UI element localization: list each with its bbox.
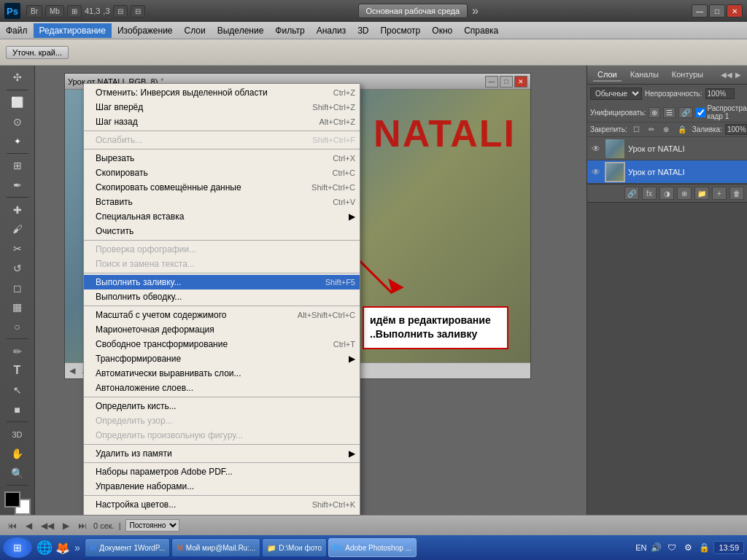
menu-auto-blend[interactable]: Автоналожение слоев... (84, 381, 360, 395)
menu-define-shape[interactable]: Определить произвольную фигуру... (84, 428, 360, 443)
taskbar-mail[interactable]: M Мой мир@Mail.Ru:... (171, 538, 260, 557)
add-mask-btn[interactable]: ◑ (659, 187, 674, 200)
layer-visibility-2[interactable]: 👁 (590, 166, 602, 178)
playback-first[interactable]: ⏮ (6, 519, 19, 532)
tool-brush[interactable]: 🖌 (4, 220, 31, 238)
menu-clear[interactable]: Очистить (84, 224, 360, 238)
tool-eyedropper[interactable]: ✒ (4, 176, 31, 195)
menu-stroke[interactable]: Выполнить обводку... (84, 289, 360, 304)
menu-edit[interactable]: Редактирование (34, 23, 112, 38)
tray-icon-1[interactable]: 🔊 (649, 541, 662, 554)
tool-dodge[interactable]: ○ (4, 318, 31, 336)
taskbar-ie-icon[interactable]: 🌐 (36, 540, 53, 556)
menu-filter[interactable]: Фильтр (269, 23, 310, 38)
maximize-button[interactable]: □ (709, 4, 725, 18)
tool-move[interactable]: ✣ (4, 69, 31, 87)
mini-bridge-btn[interactable]: Mb (45, 5, 64, 18)
taskbar-nav-icon[interactable]: » (74, 542, 80, 553)
tool-heal[interactable]: ✚ (4, 201, 31, 219)
tray-icon-2[interactable]: 🛡 (665, 541, 678, 554)
menu-fade[interactable]: Ослабить... Shift+Ctrl+F (84, 133, 360, 147)
close-button[interactable]: ✕ (727, 4, 743, 18)
doc-minimize[interactable]: — (485, 76, 498, 88)
menu-window[interactable]: Окно (426, 23, 458, 38)
menu-copy[interactable]: Скопировать Ctrl+C (84, 166, 360, 180)
menu-view[interactable]: Просмотр (374, 23, 426, 38)
add-style-btn[interactable]: fx (642, 187, 657, 200)
lock-transparent[interactable]: ☐ (630, 124, 643, 135)
menu-content-aware[interactable]: Масштаб с учетом содержимого Alt+Shift+C… (84, 308, 360, 322)
spread-checkbox[interactable] (696, 108, 705, 117)
tool-history[interactable]: ↺ (4, 259, 31, 277)
unify-icon3[interactable]: 🔗 (678, 107, 693, 118)
tool-shape[interactable]: ■ (4, 401, 31, 419)
new-group-btn[interactable]: 📁 (694, 187, 709, 200)
menu-select[interactable]: Выделение (212, 23, 270, 38)
menu-define-brush[interactable]: Определить кисть... (84, 399, 360, 413)
menu-paste[interactable]: Вставить Ctrl+V (84, 195, 360, 209)
menu-transform[interactable]: Трансформирование ▶ (84, 351, 360, 366)
menu-color-settings[interactable]: Настройка цветов... Shift+Ctrl+K (84, 497, 360, 512)
menu-paste-special[interactable]: Специальная вставка ▶ (84, 209, 360, 224)
doc-close[interactable]: ✕ (514, 76, 527, 88)
playback-prev[interactable]: ◀ (23, 519, 34, 532)
playback-step-back[interactable]: ◀◀ (39, 519, 56, 532)
tool-zoom[interactable]: 🔍 (4, 464, 31, 483)
new-adjustment-btn[interactable]: ⊕ (677, 187, 692, 200)
playback-play[interactable]: ▶ (61, 519, 71, 532)
blend-mode-select[interactable]: Обычные (590, 88, 642, 100)
tool-magic-wand[interactable]: ✦ (4, 132, 31, 150)
menu-fill[interactable]: Выполнить заливку... Shift+F5 (84, 275, 360, 289)
minimize-button[interactable]: — (692, 4, 708, 18)
menu-assign-profile[interactable]: Назначить профиль... (84, 512, 360, 515)
menu-step-fwd[interactable]: Шаг вперёд Shift+Ctrl+Z (84, 100, 360, 114)
tool-type[interactable]: T (4, 362, 31, 380)
menu-adobe-pdf[interactable]: Наборы параметров Adobe PDF... (84, 464, 360, 479)
tool-hand[interactable]: ✋ (4, 445, 31, 463)
tab-layers[interactable]: Слои (593, 69, 622, 82)
tool-eraser[interactable]: ◻ (4, 279, 31, 297)
opacity-input[interactable] (705, 88, 735, 99)
new-layer-btn[interactable]: + (712, 187, 727, 200)
tab-paths[interactable]: Контуры (667, 69, 708, 82)
taskbar-folder[interactable]: 📁 D:\Мои фото (262, 538, 327, 557)
workspace-button[interactable]: Основная рабочая среда (358, 4, 468, 18)
fill-input[interactable] (725, 124, 747, 135)
menu-define-pattern[interactable]: Определить узор... (84, 413, 360, 428)
link-layers-btn[interactable]: 🔗 (624, 187, 639, 200)
menu-free-transform[interactable]: Свободное трансформирование Ctrl+T (84, 337, 360, 351)
bridge-btn[interactable]: Br (26, 5, 42, 18)
foreground-color-swatch[interactable] (4, 491, 20, 508)
arrange-btn[interactable]: ⊞ (67, 5, 82, 18)
collapse-panel-btn[interactable]: ◀◀ (721, 71, 732, 79)
menu-help[interactable]: Справка (458, 23, 504, 38)
view-btn[interactable]: ⊟ (113, 5, 128, 18)
refine-edge-button[interactable]: Уточн. край... (6, 46, 69, 59)
tool-lasso[interactable]: ⊙ (4, 112, 31, 131)
menu-file[interactable]: Файл (0, 23, 34, 38)
unify-icon2[interactable]: ☰ (663, 107, 676, 118)
taskbar-word[interactable]: W Документ 1WordP... (85, 538, 171, 557)
doc-maximize[interactable]: □ (500, 76, 513, 88)
start-button[interactable]: ⊞ (3, 537, 32, 558)
tool-crop[interactable]: ⊞ (4, 157, 31, 175)
menu-analysis[interactable]: Анализ (311, 23, 352, 38)
unify-icon1[interactable]: ⊕ (649, 107, 660, 118)
taskbar-fox-icon[interactable]: 🦊 (55, 541, 70, 555)
menu-cut[interactable]: Вырезать Ctrl+X (84, 151, 360, 166)
tool-select-rect[interactable]: ⬜ (4, 93, 31, 112)
tray-icon-3[interactable]: ⚙ (681, 541, 694, 554)
layer-visibility-1[interactable]: 👁 (590, 143, 602, 155)
menu-undo[interactable]: Отменить: Инверсия выделенной области Ct… (84, 85, 360, 100)
tray-icon-4[interactable]: 🔒 (697, 541, 711, 554)
menu-3d[interactable]: 3D (352, 23, 374, 38)
tab-channels[interactable]: Каналы (626, 69, 663, 82)
menu-step-back[interactable]: Шаг назад Alt+Ctrl+Z (84, 114, 360, 129)
playback-last[interactable]: ⏭ (76, 519, 89, 532)
layer-item-1[interactable]: 👁 Урок от NATALI (587, 137, 747, 160)
tool-path-select[interactable]: ↖ (4, 381, 31, 400)
menu-copy-merged[interactable]: Скопировать совмещённые данные Shift+Ctr… (84, 180, 360, 195)
lock-image[interactable]: ✏ (646, 124, 657, 135)
menu-image[interactable]: Изображение (112, 23, 179, 38)
lock-position[interactable]: ⊕ (660, 124, 672, 135)
